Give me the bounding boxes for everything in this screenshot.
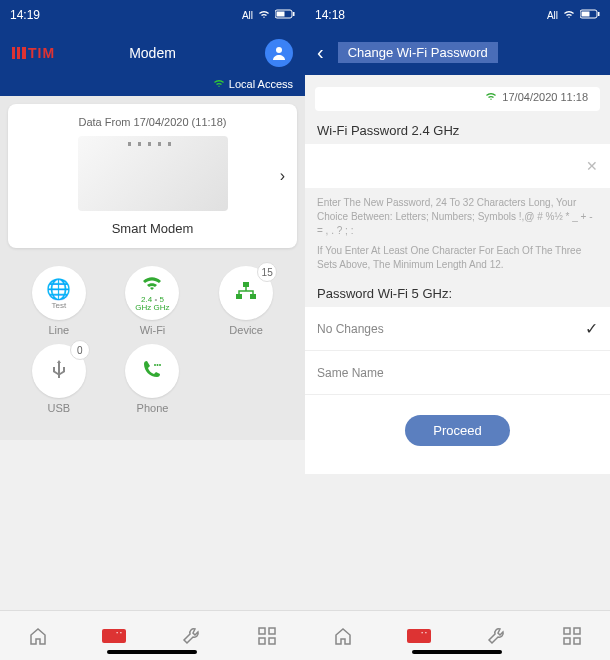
grid-label: Wi-Fi	[110, 324, 196, 336]
bottom-tab-bar	[0, 610, 610, 660]
back-button[interactable]: ‹	[317, 41, 324, 64]
grid-label: Device	[203, 324, 289, 336]
svg-rect-20	[574, 638, 580, 644]
grid-label: Phone	[110, 402, 196, 414]
password-24-input[interactable]	[317, 159, 586, 174]
svg-rect-16	[269, 638, 275, 644]
wifi-icon	[212, 78, 229, 90]
svg-rect-14	[269, 628, 275, 634]
svg-point-8	[157, 364, 159, 366]
tab-apps-2[interactable]	[560, 624, 584, 648]
svg-rect-12	[598, 12, 600, 16]
tab-tools[interactable]	[179, 624, 203, 648]
screen-modem-home: 14:19 All TIM Modem Local Access	[0, 0, 305, 610]
svg-point-3	[276, 47, 282, 53]
status-time: 14:18	[315, 8, 345, 22]
usb-icon	[51, 358, 67, 385]
svg-rect-4	[243, 282, 249, 287]
clear-icon[interactable]: ✕	[586, 158, 598, 174]
battery-icon	[580, 9, 600, 21]
svg-rect-15	[259, 638, 265, 644]
chevron-right-icon: ›	[280, 167, 285, 185]
svg-point-9	[159, 364, 161, 366]
card-timestamp: Data From 17/04/2020 (11:18)	[20, 116, 285, 128]
screen-change-password: 14:18 All ‹ Change Wi-Fi Password 17/04/…	[305, 0, 610, 610]
tab-tools-2[interactable]	[484, 624, 508, 648]
option-no-changes[interactable]: No Changes ✓	[305, 307, 610, 351]
modem-icon	[407, 629, 431, 643]
check-icon: ✓	[585, 319, 598, 338]
section-5ghz-title: Password Wi-Fi 5 GHz:	[305, 278, 610, 307]
password-hint-1: Enter The New Password, 24 To 32 Charact…	[305, 196, 610, 244]
modem-image	[78, 136, 228, 211]
status-time: 14:19	[10, 8, 40, 22]
phone-icon	[142, 359, 162, 384]
wifi-icon	[257, 9, 271, 21]
option-same-name[interactable]: Same Name	[305, 351, 610, 395]
password-hint-2: If You Enter At Least One Character For …	[305, 244, 610, 278]
timestamp-bar: 17/04/2020 11:18	[315, 87, 600, 111]
globe-icon: 🌐	[46, 277, 71, 301]
svg-rect-6	[250, 294, 256, 299]
password-24-input-row[interactable]: ✕	[305, 144, 610, 188]
svg-rect-2	[293, 12, 295, 16]
proceed-button[interactable]: Proceed	[405, 415, 509, 446]
modem-card[interactable]: Data From 17/04/2020 (11:18) › Smart Mod…	[8, 104, 297, 248]
nav-title: Modem	[129, 45, 176, 61]
local-access-indicator: Local Access	[0, 75, 305, 96]
svg-rect-13	[259, 628, 265, 634]
tim-logo: TIM	[12, 45, 55, 61]
status-network-label: All	[547, 10, 558, 21]
svg-rect-17	[564, 628, 570, 634]
svg-rect-11	[582, 12, 590, 17]
badge-count: 0	[70, 340, 90, 360]
grid-label: Line	[16, 324, 102, 336]
nav-bar: TIM Modem	[0, 30, 305, 75]
tab-home-2[interactable]	[331, 624, 355, 648]
nav-bar: ‹ Change Wi-Fi Password	[305, 30, 610, 75]
grid-usb[interactable]: 0 USB	[16, 344, 102, 414]
wifi-icon	[562, 9, 576, 21]
svg-rect-5	[236, 294, 242, 299]
status-network-label: All	[242, 10, 253, 21]
nav-title: Change Wi-Fi Password	[338, 42, 498, 63]
svg-rect-18	[574, 628, 580, 634]
tab-modem-2[interactable]	[407, 624, 431, 648]
wifi-icon	[141, 275, 163, 296]
tab-modem[interactable]	[102, 624, 126, 648]
modem-name: Smart Modem	[20, 221, 285, 236]
grid-device[interactable]: 15 Device	[203, 266, 289, 336]
modem-icon	[102, 629, 126, 643]
wifi-icon	[484, 91, 498, 103]
network-icon	[235, 282, 257, 305]
profile-button[interactable]	[265, 39, 293, 67]
svg-rect-19	[564, 638, 570, 644]
grid-phone[interactable]: Phone	[110, 344, 196, 414]
grid-label: USB	[16, 402, 102, 414]
status-bar: 14:18 All	[305, 0, 610, 30]
battery-icon	[275, 9, 295, 21]
svg-rect-1	[277, 12, 285, 17]
grid-wifi[interactable]: 2.4 • 5 GHz GHz Wi-Fi	[110, 266, 196, 336]
home-indicator	[412, 650, 502, 654]
grid-line[interactable]: 🌐Test Line	[16, 266, 102, 336]
svg-point-7	[154, 364, 156, 366]
badge-count: 15	[257, 262, 277, 282]
tab-home[interactable]	[26, 624, 50, 648]
section-24ghz-title: Wi-Fi Password 2.4 GHz	[305, 115, 610, 144]
home-indicator	[107, 650, 197, 654]
status-bar: 14:19 All	[0, 0, 305, 30]
tab-apps[interactable]	[255, 624, 279, 648]
